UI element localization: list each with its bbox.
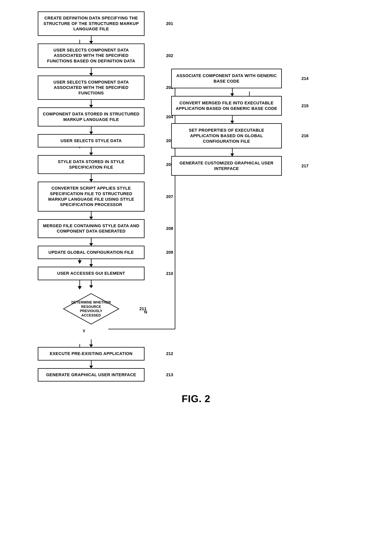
step-210-wrapper: USER ACCESSES GUI ELEMENT 210 [26, 267, 156, 280]
step-204: COMPONENT DATA STORED IN STRUCTURED MARK… [38, 107, 144, 126]
ref-202: 202 [166, 53, 173, 58]
arrow-215-216 [232, 116, 233, 123]
diamond-211: DETERMINE WHETHER RESOURCE PREVIOUSLY AC… [62, 293, 120, 325]
arrow-203-204 [91, 100, 92, 107]
arrow-208-209 [91, 238, 92, 246]
step-206-wrapper: STYLE DATA STORED IN STYLE SPECIFICATION… [26, 155, 156, 174]
step-203-wrapper: USER SELECTS COMPONENT DATA ASSOCIATED W… [26, 76, 156, 100]
step-216-wrapper: SET PROPERTIES OF EXECUTABLE APPLICATION… [171, 123, 293, 148]
step-208: MERGED FILE CONTAINING STYLE DATA AND CO… [38, 219, 144, 238]
arrow-212-213 [91, 360, 92, 368]
step-215-wrapper: CONVERT MERGED FILE INTO EXECUTABLE APPL… [171, 96, 293, 116]
step-204-wrapper: COMPONENT DATA STORED IN STRUCTURED MARK… [26, 107, 156, 126]
step-205: USER SELECTS STYLE DATA [38, 134, 144, 148]
step-203: USER SELECTS COMPONENT DATA ASSOCIATED W… [38, 76, 144, 100]
main-flow: CREATE DEFINITION DATA SPECIFYING THE ST… [26, 11, 156, 381]
arrow-211-212 [91, 339, 92, 347]
step-210: USER ACCESSES GUI ELEMENT [38, 267, 144, 280]
step-209-wrapper: UPDATE GLOBAL CONFIGURATION FILE 209 [26, 246, 156, 259]
step-201: CREATE DEFINITION DATA SPECIFYING THE ST… [38, 11, 144, 36]
diagram-container: CREATE DEFINITION DATA SPECIFYING THE ST… [15, 11, 377, 381]
step-208-wrapper: MERGED FILE CONTAINING STYLE DATA AND CO… [26, 219, 156, 238]
step-211-wrapper: DETERMINE WHETHER RESOURCE PREVIOUSLY AC… [26, 290, 156, 328]
step-202: USER SELECTS COMPONENT DATA ASSOCIATED W… [38, 43, 144, 68]
ref-209: 209 [166, 250, 173, 255]
diamond-211-text: DETERMINE WHETHER RESOURCE PREVIOUSLY AC… [71, 300, 111, 317]
step-214-wrapper: ASSOCIATE COMPONENT DATA WITH GENERIC BA… [171, 69, 293, 88]
arrow-205-206 [91, 147, 92, 155]
arrow-210-211 [91, 280, 92, 288]
step-213: GENERATE GRAPHICAL USER INTERFACE [38, 368, 144, 382]
figure-label: FIG. 2 [182, 393, 210, 404]
ref-212: 212 [166, 351, 173, 356]
arrow-202-203 [91, 68, 92, 76]
arrow-209-210 [91, 259, 92, 267]
step-209: UPDATE GLOBAL CONFIGURATION FILE [38, 246, 144, 259]
ref-214: 214 [301, 76, 309, 81]
arrow-206-207 [91, 174, 92, 182]
arrow-207-208 [91, 212, 92, 219]
step-212: EXECUTE PRE-EXISTING APPLICATION [38, 347, 144, 360]
step-216: SET PROPERTIES OF EXECUTABLE APPLICATION… [171, 123, 282, 148]
arrow-214-215 [232, 88, 233, 96]
arrow-201-202 [91, 36, 92, 43]
ref-207: 207 [166, 194, 173, 199]
step-207: CONVERTER SCRIPT APPLIES STYLE SPECIFICA… [38, 182, 144, 211]
step-202-wrapper: USER SELECTS COMPONENT DATA ASSOCIATED W… [26, 43, 156, 68]
ref-216: 216 [301, 133, 309, 138]
step-215: CONVERT MERGED FILE INTO EXECUTABLE APPL… [171, 96, 282, 116]
step-205-wrapper: USER SELECTS STYLE DATA 205 [26, 134, 156, 148]
right-column: ASSOCIATE COMPONENT DATA WITH GENERIC BA… [171, 69, 293, 176]
step-217: GENERATE CUSTOMIZED GRAPHICAL USER INTER… [171, 156, 282, 176]
step-206: STYLE DATA STORED IN STYLE SPECIFICATION… [38, 155, 144, 174]
ref-201: 201 [166, 21, 173, 26]
step-212-wrapper: EXECUTE PRE-EXISTING APPLICATION 212 [26, 347, 156, 360]
n-label: N [144, 310, 147, 315]
ref-215: 215 [301, 103, 309, 108]
ref-213: 213 [166, 372, 173, 377]
step-207-wrapper: CONVERTER SCRIPT APPLIES STYLE SPECIFICA… [26, 182, 156, 211]
ref-210: 210 [166, 271, 173, 276]
ref-208: 208 [166, 226, 173, 231]
y-label: Y [83, 329, 85, 334]
ref-217: 217 [301, 163, 309, 168]
step-213-wrapper: GENERATE GRAPHICAL USER INTERFACE 213 [26, 368, 156, 382]
step-201-wrapper: CREATE DEFINITION DATA SPECIFYING THE ST… [26, 11, 156, 36]
step-217-wrapper: GENERATE CUSTOMIZED GRAPHICAL USER INTER… [171, 156, 293, 176]
step-214: ASSOCIATE COMPONENT DATA WITH GENERIC BA… [171, 69, 282, 88]
arrow-216-217 [232, 148, 233, 156]
arrow-204-205 [91, 126, 92, 134]
